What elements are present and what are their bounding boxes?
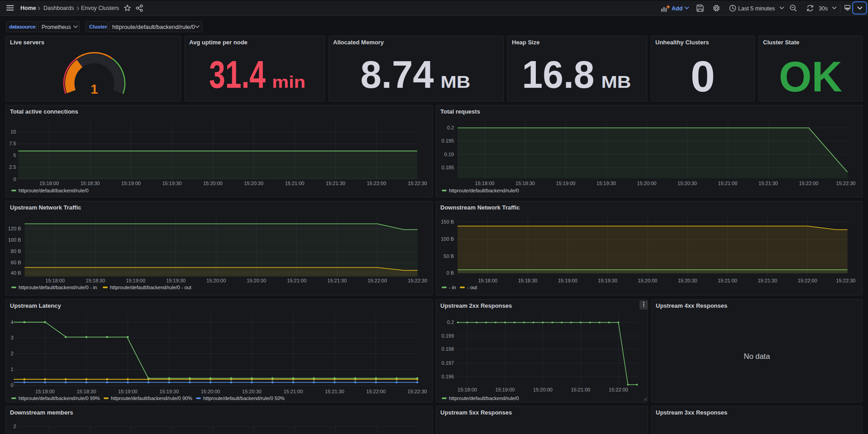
- svg-text:15:19:00: 15:19:00: [556, 181, 576, 186]
- svg-text:0.19: 0.19: [444, 152, 454, 157]
- svg-text:MB: MB: [601, 73, 631, 91]
- svg-text:0.195: 0.195: [441, 138, 454, 143]
- svg-text:- in: - in: [449, 285, 456, 290]
- svg-text:15:22:00: 15:22:00: [799, 181, 819, 186]
- svg-text:15:22:30: 15:22:30: [408, 181, 427, 186]
- svg-text:16.8: 16.8: [522, 52, 595, 96]
- svg-text:15:22:00: 15:22:00: [609, 387, 628, 392]
- svg-text:4: 4: [10, 320, 13, 325]
- svg-text:15:19:00: 15:19:00: [118, 389, 138, 394]
- svg-text:0.2: 0.2: [447, 125, 454, 130]
- svg-text:5: 5: [13, 153, 16, 158]
- svg-text:2: 2: [10, 351, 13, 356]
- svg-text:15:21:30: 15:21:30: [758, 181, 778, 186]
- svg-text:15:18:00: 15:18:00: [458, 387, 477, 392]
- svg-text:15:18:00: 15:18:00: [39, 181, 59, 186]
- svg-text:15:22:00: 15:22:00: [798, 278, 817, 283]
- svg-text:7.5: 7.5: [9, 141, 16, 146]
- svg-text:3: 3: [10, 335, 13, 340]
- svg-text:httproute/default/backend/rule: httproute/default/backend/rule/0: [19, 188, 89, 193]
- svg-text:150 B: 150 B: [441, 219, 454, 224]
- svg-text:120 B: 120 B: [8, 226, 21, 231]
- svg-text:15:18:30: 15:18:30: [81, 181, 100, 186]
- svg-text:15:18:00: 15:18:00: [35, 389, 55, 394]
- svg-text:15:22:30: 15:22:30: [408, 389, 427, 394]
- svg-text:15:21:00: 15:21:00: [718, 278, 737, 283]
- svg-text:15:18:00: 15:18:00: [45, 278, 65, 283]
- svg-text:15:18:30: 15:18:30: [518, 278, 538, 283]
- svg-text:15:18:00: 15:18:00: [478, 278, 497, 283]
- svg-text:15:22:00: 15:22:00: [366, 389, 386, 394]
- svg-text:15:20:30: 15:20:30: [677, 181, 697, 186]
- svg-text:0 B: 0 B: [446, 270, 454, 276]
- svg-text:1: 1: [91, 82, 98, 96]
- svg-text:15:19:00: 15:19:00: [496, 387, 515, 392]
- svg-text:15:21:00: 15:21:00: [718, 181, 738, 186]
- svg-text:15:20:00: 15:20:00: [638, 278, 658, 283]
- svg-text:0.2: 0.2: [447, 320, 454, 325]
- svg-text:httproute/default/backend/rule: httproute/default/backend/rule/0 50%: [203, 396, 285, 401]
- svg-text:15:20:00: 15:20:00: [203, 181, 223, 186]
- svg-text:15:19:30: 15:19:30: [598, 278, 617, 283]
- svg-text:15:20:30: 15:20:30: [244, 181, 263, 186]
- svg-text:31.4: 31.4: [209, 52, 266, 96]
- svg-text:15:22:30: 15:22:30: [836, 278, 856, 283]
- svg-text:15:18:30: 15:18:30: [76, 389, 96, 394]
- svg-text:15:18:30: 15:18:30: [515, 181, 535, 186]
- svg-text:15:21:00: 15:21:00: [283, 389, 303, 394]
- svg-text:15:22:00: 15:22:00: [367, 181, 386, 186]
- svg-text:15:21:00: 15:21:00: [285, 181, 305, 186]
- svg-text:15:18:00: 15:18:00: [475, 181, 495, 186]
- svg-text:15:21:00: 15:21:00: [287, 278, 306, 283]
- svg-text:min: min: [272, 73, 305, 91]
- svg-text:15:20:30: 15:20:30: [242, 389, 262, 394]
- svg-text:80 B: 80 B: [11, 248, 21, 254]
- svg-text:15:21:00: 15:21:00: [571, 387, 591, 392]
- svg-text:0: 0: [10, 382, 13, 388]
- svg-text:httproute/default/backend/rule: httproute/default/backend/rule/0 90%: [111, 396, 192, 401]
- svg-text:15:20:30: 15:20:30: [678, 278, 697, 283]
- svg-text:15:19:30: 15:19:30: [166, 278, 186, 283]
- svg-text:15:21:30: 15:21:30: [327, 278, 347, 283]
- svg-text:15:22:00: 15:22:00: [367, 278, 387, 283]
- svg-text:OK: OK: [779, 53, 842, 100]
- svg-text:0: 0: [691, 52, 715, 101]
- svg-text:100 B: 100 B: [441, 236, 454, 242]
- svg-text:0.197: 0.197: [441, 360, 454, 366]
- svg-text:15:20:00: 15:20:00: [637, 181, 657, 186]
- svg-text:15:18:30: 15:18:30: [86, 278, 105, 283]
- svg-text:httproute/default/backend/rule: httproute/default/backend/rule/0 - out: [110, 285, 191, 290]
- svg-text:15:19:00: 15:19:00: [121, 181, 141, 186]
- svg-text:0: 0: [13, 176, 16, 182]
- svg-text:15:19:30: 15:19:30: [162, 181, 181, 186]
- svg-text:15:20:00: 15:20:00: [201, 389, 220, 394]
- svg-text:0.198: 0.198: [441, 346, 454, 352]
- svg-text:httproute/default/backend/rule: httproute/default/backend/rule/0 - in: [19, 285, 97, 290]
- svg-text:15:19:30: 15:19:30: [159, 389, 179, 394]
- svg-text:15:19:00: 15:19:00: [558, 278, 577, 283]
- svg-text:100 B: 100 B: [8, 237, 21, 243]
- svg-text:40 B: 40 B: [11, 270, 21, 276]
- svg-text:15:20:00: 15:20:00: [206, 278, 226, 283]
- svg-text:15:22:30: 15:22:30: [408, 278, 427, 283]
- svg-text:15:19:30: 15:19:30: [596, 181, 616, 186]
- svg-text:2: 2: [13, 424, 16, 429]
- svg-text:httproute/default/backend/rule: httproute/default/backend/rule/0: [449, 188, 519, 193]
- svg-text:httproute/default/backend/rule: httproute/default/backend/rule/0: [449, 396, 519, 401]
- svg-text:10: 10: [10, 129, 16, 134]
- svg-text:15:21:30: 15:21:30: [758, 278, 777, 283]
- svg-text:50 B: 50 B: [444, 253, 454, 259]
- svg-text:- out: - out: [467, 285, 477, 290]
- svg-text:60 B: 60 B: [11, 260, 21, 265]
- svg-text:0.199: 0.199: [441, 333, 454, 339]
- svg-text:1: 1: [10, 367, 13, 372]
- svg-text:15:20:30: 15:20:30: [247, 278, 266, 283]
- svg-text:0.196: 0.196: [441, 374, 454, 379]
- svg-text:0.185: 0.185: [441, 165, 454, 170]
- svg-text:15:21:30: 15:21:30: [326, 181, 345, 186]
- svg-text:15:21:30: 15:21:30: [325, 389, 344, 394]
- svg-text:2.5: 2.5: [9, 164, 16, 170]
- svg-text:8.74: 8.74: [361, 52, 434, 96]
- svg-text:MB: MB: [441, 73, 471, 91]
- svg-text:15:22:30: 15:22:30: [836, 181, 856, 186]
